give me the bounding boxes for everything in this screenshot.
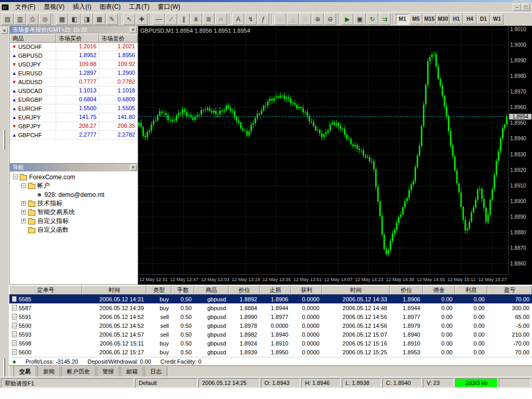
child-minimize-button[interactable]: –: [513, 4, 521, 11]
order-row[interactable]: 55912006.05.12 14:52sell0.50gbpusd1.8990…: [9, 312, 532, 321]
andrews-pitchfork-button[interactable]: ⋔: [190, 14, 202, 25]
menu-charts[interactable]: 图表(C): [96, 2, 125, 12]
time-axis[interactable]: 12 May 12:3112 May 12:4712 May 13:0312 M…: [138, 274, 508, 285]
timeframe-h1-button[interactable]: H1: [450, 14, 463, 24]
market-watch-column-header[interactable]: 市场买价: [56, 34, 99, 43]
zoom-in-button[interactable]: ⊕: [312, 14, 324, 25]
market-watch-toggle-button[interactable]: ▦: [56, 14, 68, 25]
chart-window-icon[interactable]: [2, 4, 9, 10]
order-row[interactable]: 55982006.05.12 15:11buy0.50gbpusd1.89241…: [9, 339, 532, 348]
expert-advisors-button[interactable]: ▶: [341, 14, 353, 25]
timeframe-d1-button[interactable]: D1: [477, 14, 490, 24]
expand-plus-icon[interactable]: +: [21, 219, 26, 223]
arrow-objects-button[interactable]: ↯: [245, 14, 257, 25]
navigator-titlebar[interactable]: 导航 ×: [10, 164, 138, 171]
terminal-column-header[interactable]: 止损: [260, 285, 291, 295]
navigator-item[interactable]: 自定义函数: [10, 225, 138, 234]
navigator-close-icon[interactable]: ×: [130, 165, 137, 171]
terminal-column-header[interactable]: 时间: [82, 285, 147, 295]
print-button[interactable]: ⎙: [26, 14, 38, 25]
order-row[interactable]: 55852006.05.12 14:31buy0.50gbpusd1.88921…: [9, 295, 532, 303]
navigator-item[interactable]: −帐户: [10, 181, 138, 190]
dock-grip-handle[interactable]: [3, 358, 5, 378]
terminal-column-header[interactable]: 手数: [171, 285, 194, 295]
dock-close-icon[interactable]: ×: [1, 28, 8, 34]
terminal-tab-alerts[interactable]: 警报: [97, 366, 119, 378]
menu-tools[interactable]: 工具(T): [125, 2, 153, 12]
order-row[interactable]: 55872006.05.12 14:39buy0.50gbpusd1.88841…: [9, 303, 532, 312]
horizontal-line-button[interactable]: —: [153, 14, 165, 25]
timeframe-h4-button[interactable]: H4: [463, 14, 476, 24]
expand-plus-icon[interactable]: +: [21, 201, 26, 206]
zoom-out-button[interactable]: ⊖: [324, 14, 336, 25]
market-watch-row[interactable]: ▲GBPCHF2.27772.2782: [10, 131, 138, 140]
timeframe-w1-button[interactable]: W1: [490, 14, 503, 24]
price-axis[interactable]: 1.90101.90001.89901.89801.89701.89601.89…: [508, 26, 532, 274]
terminal-column-header[interactable]: 价位: [390, 285, 423, 295]
market-watch-row[interactable]: ▲EURJPY141.75141.80: [10, 113, 138, 122]
menu-insert[interactable]: 插入(I): [69, 2, 95, 12]
timeframe-m30-button[interactable]: M30: [436, 14, 449, 24]
order-row[interactable]: 55902006.05.12 14:52sell0.50gbpusd1.8978…: [9, 321, 532, 330]
terminal-tab-news[interactable]: 新闻: [37, 366, 60, 378]
terminal-tab-mailbox[interactable]: 邮箱: [121, 366, 143, 378]
market-watch-row[interactable]: ▼USDCHF1.20161.2021: [10, 43, 138, 51]
menu-window[interactable]: 窗口(W): [154, 2, 184, 12]
navigator-toggle-button[interactable]: ◨: [81, 14, 93, 25]
cycle-lines-button[interactable]: ∩: [215, 14, 227, 25]
market-watch-row[interactable]: ▼AUDUSD0.77770.7782: [10, 78, 138, 87]
market-watch-column-header[interactable]: 商品: [10, 34, 56, 43]
print-preview-button[interactable]: ◎: [39, 14, 51, 25]
timeframe-m5-button[interactable]: M5: [409, 14, 422, 24]
market-watch-column-header[interactable]: 市场卖价: [99, 34, 138, 43]
terminal-column-header[interactable]: 定单号: [9, 285, 82, 295]
chart-profile-button[interactable]: ▥: [14, 14, 26, 25]
navigator-item[interactable]: ☻928: demo@demo.mt: [10, 190, 138, 199]
market-watch-row[interactable]: ▲EURUSD1.28971.2900: [10, 69, 138, 78]
navigator-item[interactable]: +自定义指标: [10, 217, 138, 225]
indicators-button[interactable]: ƒ: [257, 14, 269, 25]
price-chart-canvas[interactable]: [138, 26, 508, 274]
terminal-column-header[interactable]: 商品: [194, 285, 229, 295]
navigator-item[interactable]: −ForexCome.com: [10, 172, 138, 181]
text-label-button[interactable]: A: [232, 14, 244, 25]
data-window-toggle-button[interactable]: ◧: [69, 14, 81, 25]
child-restore-button[interactable]: □: [522, 4, 530, 11]
cursor-button[interactable]: ↖: [123, 14, 135, 25]
navigator-item[interactable]: +技术指标: [10, 199, 138, 208]
market-watch-row[interactable]: ▼GBPJPY208.27208.35: [10, 122, 138, 131]
market-watch-row[interactable]: ▲EURCHF1.55001.5505: [10, 104, 138, 113]
fibonacci-retracement-button[interactable]: ≣: [203, 14, 215, 25]
tile-windows-button[interactable]: ▣: [354, 14, 366, 25]
chart-shift-button[interactable]: ⇉: [379, 14, 391, 25]
terminal-tab-trade[interactable]: 交易: [14, 366, 36, 378]
terminal-column-header[interactable]: 时间: [322, 285, 390, 295]
collapse-minus-icon[interactable]: −: [21, 183, 26, 188]
equidistant-channel-button[interactable]: ∥: [178, 14, 190, 25]
market-watch-row[interactable]: ▼USDJPY109.88109.92: [10, 60, 138, 69]
terminal-tab-journal[interactable]: 日志: [144, 366, 167, 378]
expand-plus-icon[interactable]: +: [21, 210, 26, 215]
terminal-column-header[interactable]: 佣金: [423, 285, 455, 295]
terminal-column-header[interactable]: 价位: [229, 285, 260, 295]
terminal-column-header[interactable]: 类型: [147, 285, 171, 295]
terminal-column-header[interactable]: 利息: [455, 285, 487, 295]
menu-view[interactable]: 显视(V): [39, 2, 69, 12]
terminal-tab-account-history[interactable]: 帐户历史: [61, 366, 96, 378]
terminal-column-header[interactable]: 获利: [291, 285, 322, 295]
terminal-toggle-button[interactable]: ▩: [94, 14, 105, 25]
timeframe-m1-button[interactable]: M1: [396, 14, 409, 24]
collapse-minus-icon[interactable]: −: [13, 175, 18, 179]
menu-file[interactable]: 文件(F): [11, 2, 39, 12]
market-watch-row[interactable]: ▲USDCAD1.10131.1018: [10, 87, 138, 96]
order-row[interactable]: 55932006.05.12 14:57sell0.50gbpusd1.8982…: [9, 330, 532, 339]
order-row[interactable]: 56002006.05.12 15:17buy0.50gbpusd1.89391…: [9, 348, 532, 356]
market-watch-titlebar[interactable]: 市场参考报价(GMT+2): 15:32 ×: [10, 26, 138, 34]
navigator-item[interactable]: +智能交易系统: [10, 208, 138, 217]
trendline-button[interactable]: ∕: [165, 14, 177, 25]
terminal-column-header[interactable]: 盈亏: [487, 285, 532, 295]
dock-grip-handle[interactable]: [3, 130, 5, 150]
market-watch-row[interactable]: ▲GBPUSD1.89521.8956: [10, 51, 138, 60]
metaeditor-button[interactable]: ✎: [106, 14, 118, 25]
crosshair-button[interactable]: ✚: [136, 14, 148, 25]
